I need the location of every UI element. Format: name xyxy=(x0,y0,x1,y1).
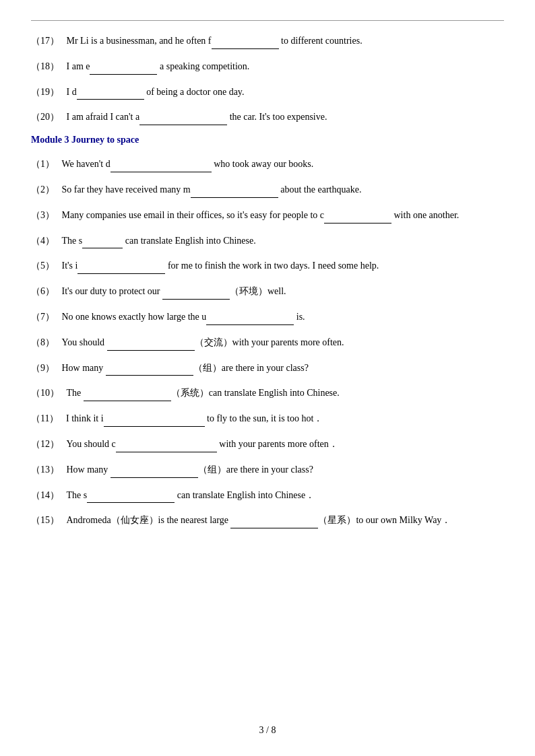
mq1-num: （1） xyxy=(31,159,55,169)
q19-num: （19） xyxy=(31,87,59,97)
q19-text-after: of being a doctor one day. xyxy=(146,87,244,97)
q19-blank xyxy=(77,89,144,100)
mq8-num: （8） xyxy=(31,337,55,347)
q17-blank xyxy=(212,38,279,49)
mq13-after: are there in your class? xyxy=(226,465,313,475)
mq7-before: No one knows exactly how large the u xyxy=(62,312,207,322)
mq6-blank xyxy=(162,289,230,300)
mq14-blank xyxy=(87,492,175,503)
questions-top-section: （17） Mr Li is a businessman, and he ofte… xyxy=(31,33,504,125)
q17-num: （17） xyxy=(31,36,59,46)
mq3-before: Many companies use email in their office… xyxy=(62,210,325,220)
mq7-after: is. xyxy=(296,312,305,322)
mq3-blank xyxy=(324,213,391,224)
top-divider xyxy=(31,20,504,21)
q18-text-after: a speaking competition. xyxy=(160,61,249,71)
module-q8: （8） You should （交流）with your parents mor… xyxy=(31,335,504,351)
question-18: （18） I am e a speaking competition. xyxy=(31,59,504,75)
module-q11: （11） I think it i to fly to the sun, it … xyxy=(31,411,504,427)
q18-num: （18） xyxy=(31,61,59,71)
mq11-blank xyxy=(104,416,205,427)
mq13-blank xyxy=(111,467,198,478)
module-q9: （9） How many （组）are there in your class? xyxy=(31,360,504,376)
mq2-num: （2） xyxy=(31,184,55,195)
mq5-after: for me to finish the work in two days. I… xyxy=(168,261,379,271)
module-q4: （4） The s can translate English into Chi… xyxy=(31,233,504,249)
module-q12: （12） You should c with your parents more… xyxy=(31,436,504,452)
q18-text-before: I am e xyxy=(67,61,90,71)
mq11-after: to fly to the sun, it is too hot． xyxy=(207,413,323,423)
mq14-before: The s xyxy=(67,490,88,500)
mq9-num: （9） xyxy=(31,363,55,373)
mq5-num: （5） xyxy=(31,261,55,271)
module-q3: （3） Many companies use email in their of… xyxy=(31,207,504,224)
mq8-before: You should xyxy=(62,337,105,347)
mq5-blank xyxy=(77,263,165,274)
mq1-before: We haven't d xyxy=(62,159,111,169)
mq13-before: How many xyxy=(67,465,108,475)
mq1-after: who took away our books. xyxy=(214,159,313,169)
module-q5: （5） It's i for me to finish the work in … xyxy=(31,258,504,274)
mq11-before: I think it i xyxy=(66,413,104,423)
module-q2: （2） So far they have received many m abo… xyxy=(31,182,504,198)
mq6-num: （6） xyxy=(31,286,55,296)
mq12-num: （12） xyxy=(31,439,59,449)
mq3-num: （3） xyxy=(31,210,55,220)
mq7-num: （7） xyxy=(31,312,55,322)
q20-blank xyxy=(139,114,227,125)
module-q6: （6） It's our duty to protect our （环境）wel… xyxy=(31,283,504,300)
mq10-blank xyxy=(84,390,171,401)
q19-text-before: I d xyxy=(67,87,77,97)
mq10-num: （10） xyxy=(31,388,59,398)
mq5-before: It's i xyxy=(62,261,78,271)
module-questions-section: （1） We haven't d who took away our books… xyxy=(31,156,504,528)
question-17: （17） Mr Li is a businessman, and he ofte… xyxy=(31,33,504,49)
mq4-blank xyxy=(82,238,123,248)
mq7-blank xyxy=(206,314,294,325)
mq6-before: It's our duty to protect our xyxy=(62,286,160,296)
question-20: （20） I am afraid I can't a the car. It's… xyxy=(31,109,504,125)
page-footer: 3 / 8 xyxy=(31,725,504,736)
mq15-num: （15） xyxy=(31,515,59,525)
mq8-after: with your parents more often. xyxy=(232,337,344,347)
mq15-after: to our own Milky Way． xyxy=(356,515,451,525)
mq13-num: （13） xyxy=(31,465,59,475)
module-q14: （14） The s can translate English into Ch… xyxy=(31,487,504,504)
mq1-blank xyxy=(111,162,212,172)
mq12-after: with your parents more often． xyxy=(219,439,338,449)
mq15-blank xyxy=(230,518,318,528)
mq4-before: The s xyxy=(62,236,83,246)
mq11-num: （11） xyxy=(31,413,59,423)
module-q10: （10） The （系统）can translate English into … xyxy=(31,385,504,401)
q20-text-after: the car. It's too expensive. xyxy=(230,112,327,122)
q20-num: （20） xyxy=(31,112,59,122)
module-q15: （15） Andromeda（仙女座）is the nearest large … xyxy=(31,512,504,528)
mq6-after: well. xyxy=(268,286,286,296)
mq9-before: How many xyxy=(62,363,104,373)
mq2-after: about the earthquake. xyxy=(280,184,361,195)
q20-text-before: I am afraid I can't a xyxy=(67,112,140,122)
module-q1: （1） We haven't d who took away our books… xyxy=(31,156,504,172)
mq15-before: Andromeda（仙女座）is the nearest large xyxy=(67,515,228,525)
q17-text-after: to different countries. xyxy=(281,36,363,46)
mq14-after: can translate English into Chinese． xyxy=(177,490,315,500)
mq14-num: （14） xyxy=(31,490,59,500)
mq2-before: So far they have received many m xyxy=(62,184,191,195)
mq10-before: The xyxy=(67,388,82,398)
mq9-after: are there in your class? xyxy=(222,363,309,373)
module-q7: （7） No one knows exactly how large the u… xyxy=(31,309,504,325)
mq9-blank xyxy=(106,365,193,376)
mq3-after: with one another. xyxy=(394,210,460,220)
mq8-blank xyxy=(107,340,195,351)
q18-blank xyxy=(90,64,157,75)
mq4-num: （4） xyxy=(31,236,55,246)
q17-text-before: Mr Li is a businessman, and he often f xyxy=(67,36,212,46)
mq12-blank xyxy=(116,442,217,452)
mq12-before: You should c xyxy=(67,439,116,449)
question-19: （19） I d of being a doctor one day. xyxy=(31,84,504,100)
module-q13: （13） How many （组）are there in your class… xyxy=(31,462,504,478)
mq2-blank xyxy=(191,187,278,198)
page: （17） Mr Li is a businessman, and he ofte… xyxy=(0,0,535,756)
mq4-after: can translate English into Chinese. xyxy=(125,236,256,246)
mq10-after: can translate English into Chinese. xyxy=(209,388,340,398)
